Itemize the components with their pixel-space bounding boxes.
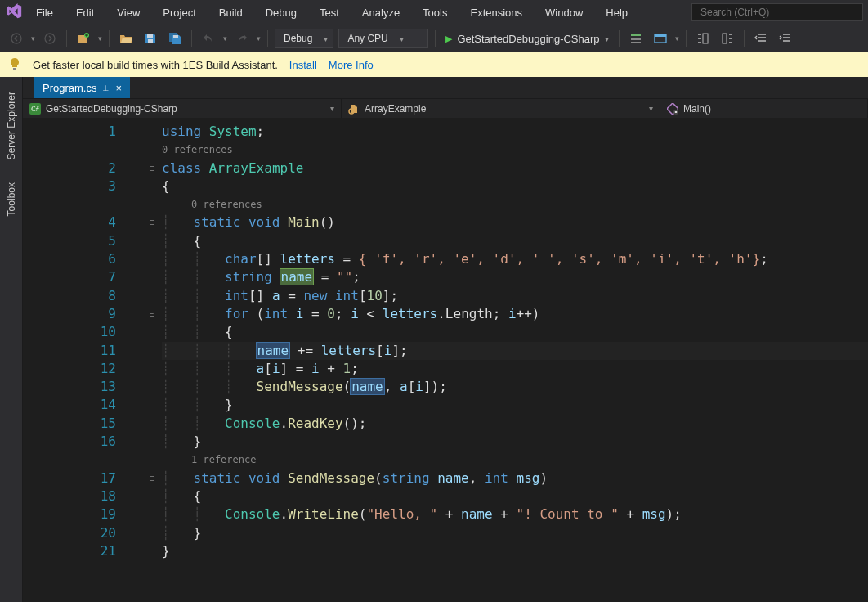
config-label: Debug xyxy=(284,33,312,44)
nav-bar: C# GetStartedDebugging-CSharp ▾ ArrayExa… xyxy=(23,98,868,118)
more-info-link[interactable]: More Info xyxy=(329,59,374,71)
svg-rect-9 xyxy=(631,42,641,43)
editor-area: Program.cs ⟂ × C# GetStartedDebugging-CS… xyxy=(23,77,868,602)
tab-server-explorer[interactable]: Server Explorer xyxy=(4,85,19,166)
menu-bar: File Edit View Project Build Debug Test … xyxy=(0,0,868,25)
svg-rect-8 xyxy=(631,38,641,40)
svg-text:C#: C# xyxy=(31,106,38,113)
save-all-icon[interactable] xyxy=(165,29,185,48)
filetab-name: Program.cs xyxy=(43,82,96,94)
nav-back-icon xyxy=(7,29,26,48)
fold-column: ⊟⊟⊟⊟ xyxy=(145,118,159,560)
filetab-program[interactable]: Program.cs ⟂ × xyxy=(34,77,130,98)
svg-rect-11 xyxy=(655,34,666,37)
info-bar: Get faster local build times with 1ES Bu… xyxy=(0,52,868,77)
tab-toolbox[interactable]: Toolbox xyxy=(4,176,19,222)
open-icon[interactable] xyxy=(116,29,136,48)
crumb-project-label: GetStartedDebugging-CSharp xyxy=(46,103,177,115)
menu-build[interactable]: Build xyxy=(209,3,253,22)
toolbar: ▾ ▾ ▾ ▾ Debug▾ Any CPU▾ ▶ GetStartedDebu… xyxy=(0,25,868,52)
save-icon[interactable] xyxy=(141,29,160,48)
new-project-icon[interactable] xyxy=(74,29,93,48)
menu-analyze[interactable]: Analyze xyxy=(352,3,409,22)
indent-icon[interactable] xyxy=(776,29,795,48)
outdent-icon[interactable] xyxy=(751,29,771,48)
undo-icon xyxy=(199,29,218,48)
svg-point-1 xyxy=(45,34,55,43)
csharp-project-icon: C# xyxy=(29,103,41,115)
config-dropdown[interactable]: Debug▾ xyxy=(275,29,333,48)
class-icon xyxy=(348,103,360,115)
play-icon: ▶ xyxy=(445,34,452,44)
platform-dropdown[interactable]: Any CPU▾ xyxy=(338,29,428,48)
svg-rect-5 xyxy=(148,39,153,43)
svg-rect-6 xyxy=(173,35,178,38)
crumb-class[interactable]: ArrayExample ▾ xyxy=(342,99,660,118)
tool-icon-3[interactable] xyxy=(693,29,713,48)
menu-file[interactable]: File xyxy=(26,3,63,22)
tool-icon-2[interactable] xyxy=(651,29,670,48)
svg-rect-4 xyxy=(147,34,153,38)
menu-test[interactable]: Test xyxy=(310,3,349,22)
side-tab-strip: Server Explorer Toolbox xyxy=(0,77,23,602)
menu-tools[interactable]: Tools xyxy=(413,3,457,22)
svg-rect-13 xyxy=(723,34,727,43)
search-input[interactable] xyxy=(691,3,863,21)
method-icon xyxy=(667,103,678,115)
platform-label: Any CPU xyxy=(347,33,387,44)
crumb-member[interactable]: Main() xyxy=(660,99,868,118)
crumb-project[interactable]: C# GetStartedDebugging-CSharp ▾ xyxy=(23,99,342,118)
line-numbers: 123456789101112131415161718192021 xyxy=(23,118,129,560)
svg-rect-14 xyxy=(13,68,16,70)
tool-icon-4[interactable] xyxy=(718,29,737,48)
svg-rect-20 xyxy=(675,111,677,113)
crumb-member-label: Main() xyxy=(683,103,711,115)
start-debug-button[interactable]: ▶ GetStartedDebugging-CSharp ▾ xyxy=(442,33,611,45)
menu-window[interactable]: Window xyxy=(535,3,593,22)
menu-edit[interactable]: Edit xyxy=(66,3,104,22)
menu-debug[interactable]: Debug xyxy=(256,3,306,22)
crumb-class-label: ArrayExample xyxy=(365,103,426,115)
tool-icon-1[interactable] xyxy=(626,29,646,48)
close-tab-icon[interactable]: × xyxy=(115,82,122,94)
tab-row: Program.cs ⟂ × xyxy=(23,77,868,98)
svg-rect-7 xyxy=(631,34,641,36)
svg-rect-12 xyxy=(703,34,708,43)
install-link[interactable]: Install xyxy=(289,59,317,71)
menu-extensions[interactable]: Extensions xyxy=(460,3,532,22)
redo-icon xyxy=(232,29,252,48)
run-target-label: GetStartedDebugging-CSharp xyxy=(457,33,599,45)
nav-fwd-icon xyxy=(40,29,60,48)
vs-logo-icon xyxy=(5,2,23,23)
code-editor[interactable]: 123456789101112131415161718192021 ⊟⊟⊟⊟ u… xyxy=(23,118,868,602)
svg-point-0 xyxy=(11,34,21,43)
menu-view[interactable]: View xyxy=(107,3,150,22)
pin-icon[interactable]: ⟂ xyxy=(103,83,109,92)
lightbulb-icon xyxy=(8,57,21,73)
menu-project[interactable]: Project xyxy=(153,3,205,22)
code-text: using System; 0 references class ArrayEx… xyxy=(162,118,868,560)
menu-help[interactable]: Help xyxy=(596,3,638,22)
info-message: Get faster local build times with 1ES Bu… xyxy=(33,59,278,71)
